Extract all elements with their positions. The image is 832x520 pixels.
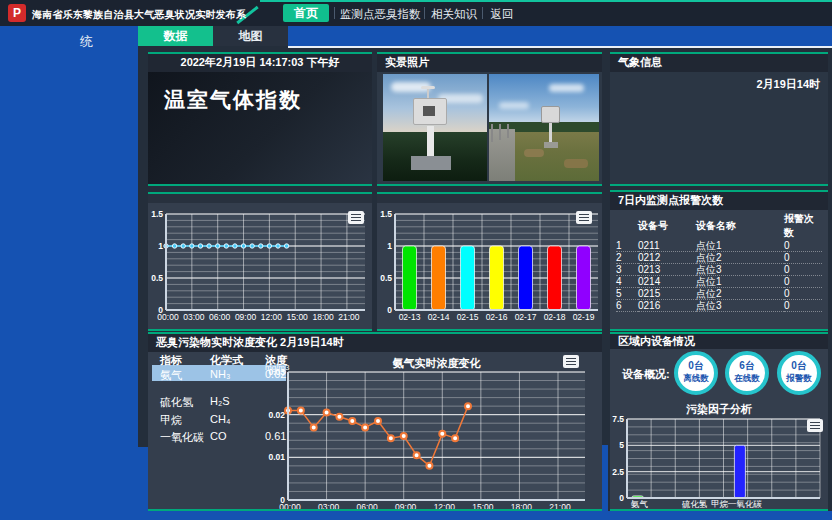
svg-text:09:00: 09:00 [235, 312, 257, 322]
alarms-table: 设备号设备名称报警次数 10211点位1020212点位2030213点位304… [616, 212, 822, 312]
svg-text:06:00: 06:00 [209, 312, 231, 322]
svg-text:15:00: 15:00 [472, 502, 494, 509]
topbar-accent-line [260, 0, 832, 2]
svg-text:02-16: 02-16 [486, 312, 508, 322]
tab-map[interactable]: 地图 [213, 26, 288, 46]
panel-photos: 实景照片 [377, 52, 602, 186]
factor-bar-chart: 设备概况: 0台 离线数 6台 在线数 0台 报警数 污染因子分析 02.557… [610, 349, 828, 509]
svg-text:0.01: 0.01 [268, 452, 285, 462]
panel-daily-bar-chart: 00.511.502-1302-1402-1502-1602-1702-1802… [377, 192, 602, 331]
nav-separator [334, 7, 335, 19]
greenhouse-gas-index-title: 温室气体指数 [164, 86, 302, 114]
alarms-row: 60216点位30 [616, 300, 822, 312]
svg-text:0.5: 0.5 [380, 273, 392, 283]
alarms-col-header: 设备名称 [696, 212, 784, 240]
alarms-row: 40214点位10 [616, 276, 822, 288]
panel-odor: 恶臭污染物实时浓度变化 2月19日14时 指标化学式浓度mg/m3氨气NH₃0.… [148, 332, 602, 511]
svg-text:15:00: 15:00 [287, 312, 309, 322]
svg-text:12:00: 12:00 [434, 502, 456, 509]
nav-separator [482, 7, 483, 19]
header-blue-bar [288, 26, 832, 48]
panel-devices: 区域内设备情况 设备概况: 0台 离线数 6台 在线数 0台 报警数 污染因子分… [610, 332, 828, 511]
svg-text:1.5: 1.5 [380, 209, 392, 219]
svg-text:1.5: 1.5 [151, 209, 163, 219]
greenhouse-line-chart: 00.511.500:0003:0006:0009:0012:0015:0018… [148, 194, 372, 329]
panel-weather: 气象信息 2月19日14时 [610, 52, 828, 186]
nav-knowledge[interactable]: 相关知识 [430, 7, 478, 22]
chart-menu-icon[interactable] [807, 419, 823, 432]
svg-text:1: 1 [387, 241, 392, 251]
svg-text:甲烷: 甲烷 [711, 499, 729, 509]
svg-text:0: 0 [619, 493, 624, 503]
weather-header: 气象信息 [610, 54, 828, 72]
alarms-header: 7日内监测点报警次数 [610, 192, 828, 210]
svg-text:2.5: 2.5 [612, 467, 624, 477]
panel-alarms: 7日内监测点报警次数 设备号设备名称报警次数 10211点位1020212点位2… [610, 190, 828, 331]
site-photo-2 [489, 74, 599, 181]
svg-text:02-15: 02-15 [457, 312, 479, 322]
svg-text:02-17: 02-17 [515, 312, 537, 322]
svg-text:06:00: 06:00 [357, 502, 379, 509]
svg-text:12:00: 12:00 [261, 312, 283, 322]
svg-text:硫化氢: 硫化氢 [682, 499, 708, 509]
svg-text:1: 1 [158, 241, 163, 251]
svg-text:00:00: 00:00 [279, 502, 301, 509]
devices-header: 区域内设备情况 [610, 334, 828, 349]
nav-odor-index[interactable]: 监测点恶臭指数 [340, 7, 420, 22]
svg-text:03:00: 03:00 [183, 312, 205, 322]
alarms-row: 50215点位20 [616, 288, 822, 300]
chart-menu-icon[interactable] [348, 211, 364, 224]
svg-text:一氧化碳: 一氧化碳 [728, 499, 763, 509]
svg-text:0.5: 0.5 [151, 273, 163, 283]
svg-text:21:00: 21:00 [338, 312, 360, 322]
sidebar-extension [138, 447, 148, 520]
svg-text:09:00: 09:00 [395, 502, 417, 509]
datetime-header: 2022年2月19日 14:17:03 下午好 [148, 54, 372, 72]
alarms-row: 20212点位20 [616, 252, 822, 264]
panel-greenhouse-chart: 00.511.500:0003:0006:0009:0012:0015:0018… [148, 192, 372, 331]
svg-text:5: 5 [619, 440, 624, 450]
sidebar-label: 统 [80, 33, 93, 51]
chart-menu-icon[interactable] [576, 211, 592, 224]
odor-header: 恶臭污染物实时浓度变化 2月19日14时 [148, 334, 602, 352]
svg-text:02-18: 02-18 [544, 312, 566, 322]
svg-text:0.02: 0.02 [268, 410, 285, 420]
alarms-col-header: 设备号 [638, 212, 696, 240]
blue-bottom-strip [148, 511, 832, 520]
svg-text:02-13: 02-13 [399, 312, 421, 322]
app-logo: P [8, 4, 26, 22]
svg-text:7.5: 7.5 [612, 414, 624, 424]
svg-text:03:00: 03:00 [318, 502, 340, 509]
svg-text:18:00: 18:00 [511, 502, 533, 509]
nav-separator [424, 7, 425, 19]
svg-text:0: 0 [387, 305, 392, 315]
photos-header: 实景照片 [377, 54, 602, 72]
svg-text:18:00: 18:00 [312, 312, 334, 322]
nav-home[interactable]: 首页 [283, 4, 329, 22]
daily-bar-chart: 00.511.502-1302-1402-1502-1602-1702-1802… [377, 194, 602, 329]
site-photo-1 [383, 74, 487, 181]
svg-text:21:00: 21:00 [549, 502, 571, 509]
tab-data[interactable]: 数据 [138, 26, 213, 46]
nh3-line-chart: 指标化学式浓度mg/m3氨气NH₃0.02硫化氢H₂S甲烷CH₄一氧化碳CO0.… [148, 352, 602, 509]
svg-text:0.03: 0.03 [268, 367, 285, 377]
svg-text:00:00: 00:00 [157, 312, 179, 322]
left-sidebar: 统 [0, 26, 138, 520]
svg-text:02-14: 02-14 [428, 312, 450, 322]
alarms-row: 30213点位30 [616, 264, 822, 276]
alarms-row: 10211点位10 [616, 240, 822, 252]
svg-text:氨气: 氨气 [631, 499, 649, 509]
alarms-col-header: 报警次数 [784, 212, 822, 240]
svg-text:02-19: 02-19 [573, 312, 595, 322]
nav-back[interactable]: 返回 [488, 7, 516, 22]
top-bar: P 海南省乐东黎族自治县大气恶臭状况实时发布系 首页 监测点恶臭指数 相关知识 … [0, 0, 832, 26]
app-title: 海南省乐东黎族自治县大气恶臭状况实时发布系 [32, 8, 246, 22]
weather-time: 2月19日14时 [756, 77, 820, 92]
chart-menu-icon[interactable] [563, 355, 579, 368]
panel-greenhouse: 2022年2月19日 14:17:03 下午好 温室气体指数 [148, 52, 372, 186]
